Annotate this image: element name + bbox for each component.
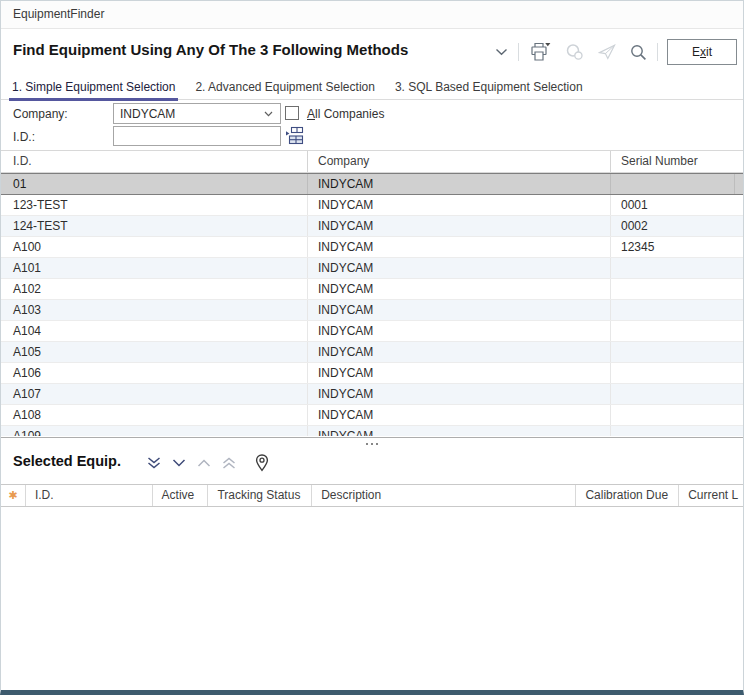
column-header-active[interactable]: Active [153,485,209,506]
results-grid-header: I.D. Company Serial Number [1,150,743,173]
location-pin-icon[interactable] [254,454,270,472]
selected-equip-actions [147,453,270,473]
column-header-serial-number[interactable]: Serial Number [611,151,735,172]
selected-grid-header: ✱ I.D. Active Tracking Status Descriptio… [1,484,743,507]
toolbar-separator [657,43,658,61]
column-header-id[interactable]: I.D. [26,485,153,506]
selected-equip-title: Selected Equip. [13,453,121,469]
lookup-grid-icon[interactable] [283,124,305,146]
cell-id: A104 [1,321,308,341]
send-icon [591,38,623,66]
double-chevron-down-icon[interactable] [147,457,161,469]
table-row[interactable]: A104 INDYCAM [1,321,743,342]
search-icon[interactable] [623,38,654,66]
table-row[interactable]: A103 INDYCAM [1,300,743,321]
table-row[interactable]: A108 INDYCAM [1,405,743,426]
cell-company: INDYCAM [308,237,611,257]
table-row[interactable]: A100 INDYCAM 12345 [1,237,743,258]
column-header-id[interactable]: I.D. [1,151,308,172]
toolbar-separator [518,43,519,61]
column-header-calibration-due[interactable]: Calibration Due [576,485,679,506]
page-title: Find Equipment Using Any Of The 3 Follow… [13,41,408,58]
cell-serial: 0001 [611,195,735,215]
cell-id: A108 [1,405,308,425]
table-row[interactable]: A102 INDYCAM [1,279,743,300]
chevron-down-icon[interactable] [172,458,186,468]
id-input[interactable] [113,126,281,146]
table-row[interactable]: A101 INDYCAM [1,258,743,279]
company-dropdown-value: INDYCAM [120,107,175,121]
cell-id: A103 [1,300,308,320]
table-row[interactable]: 01 INDYCAM [1,173,743,195]
tab-sql-based-equipment-selection[interactable]: 3. SQL Based Equipment Selection [392,77,586,100]
selected-equip-grid: ✱ I.D. Active Tracking Status Descriptio… [1,484,743,507]
company-label: Company: [13,107,68,121]
pane-splitter[interactable] [1,439,743,448]
chevron-down-icon [264,111,280,117]
cell-serial: 12345 [611,237,735,257]
results-grid-body: 01 INDYCAM 123-TEST INDYCAM 0001 124-TES… [1,173,743,436]
cell-company: INDYCAM [308,384,611,404]
table-row[interactable]: A105 INDYCAM [1,342,743,363]
filter-form: Company: INDYCAM All Companies I.D.: [1,101,743,149]
cell-id: 123-TEST [1,195,308,215]
cell-company: INDYCAM [308,300,611,320]
cell-serial [611,258,735,278]
printer-icon[interactable] [522,38,558,66]
company-dropdown[interactable]: INDYCAM [113,103,281,124]
exit-button[interactable]: Exit [667,39,737,65]
table-row[interactable]: 123-TEST INDYCAM 0001 [1,195,743,216]
all-companies-checkbox[interactable] [285,106,299,120]
cell-serial [611,321,735,341]
sync-icon [558,38,591,66]
id-label: I.D.: [13,130,35,144]
table-row[interactable]: A107 INDYCAM [1,384,743,405]
cell-id: A102 [1,279,308,299]
cell-id: A105 [1,342,308,362]
column-header-description[interactable]: Description [312,485,576,506]
chevron-down-icon[interactable] [488,38,515,66]
cell-serial [611,405,735,425]
column-header-current-location[interactable]: Current L [679,485,743,506]
column-header-tracking-status[interactable]: Tracking Status [208,485,312,506]
cell-serial [611,300,735,320]
marker-column-header: ✱ [1,485,26,506]
cell-company: INDYCAM [308,174,611,194]
cell-company: INDYCAM [308,426,611,436]
window-titlebar: EquipmentFinder [1,1,743,29]
cell-company: INDYCAM [308,258,611,278]
cell-id: A106 [1,363,308,383]
cell-serial [611,384,735,404]
tab-strip: 1. Simple Equipment Selection 2. Advance… [1,77,743,100]
cell-serial [611,279,735,299]
splitter-grip-icon [366,443,378,445]
cell-serial [611,174,735,194]
cell-id: 01 [1,174,308,194]
cell-company: INDYCAM [308,216,611,236]
exit-label: Exit [692,45,712,59]
cell-serial [611,426,735,436]
window-title: EquipmentFinder [13,7,104,21]
equipment-finder-window: EquipmentFinder Find Equipment Using Any… [0,0,744,695]
cell-id: 124-TEST [1,216,308,236]
header-toolbar: Exit [488,37,739,67]
table-row[interactable]: A109 INDYCAM [1,426,743,436]
cell-company: INDYCAM [308,342,611,362]
equipment-results-grid: I.D. Company Serial Number 01 INDYCAM 12… [1,150,743,438]
cell-company: INDYCAM [308,405,611,425]
tab-advanced-equipment-selection[interactable]: 2. Advanced Equipment Selection [192,77,377,100]
cell-company: INDYCAM [308,195,611,215]
double-chevron-up-icon [222,457,236,469]
table-row[interactable]: 124-TEST INDYCAM 0002 [1,216,743,237]
cell-company: INDYCAM [308,321,611,341]
column-header-company[interactable]: Company [308,151,611,172]
table-row[interactable]: A106 INDYCAM [1,363,743,384]
cell-id: A101 [1,258,308,278]
cell-id: A100 [1,237,308,257]
tab-simple-equipment-selection[interactable]: 1. Simple Equipment Selection [9,77,178,100]
cell-serial [611,342,735,362]
header-bar: Find Equipment Using Any Of The 3 Follow… [1,30,743,74]
cell-id: A109 [1,426,308,436]
cell-id: A107 [1,384,308,404]
cell-serial [611,363,735,383]
